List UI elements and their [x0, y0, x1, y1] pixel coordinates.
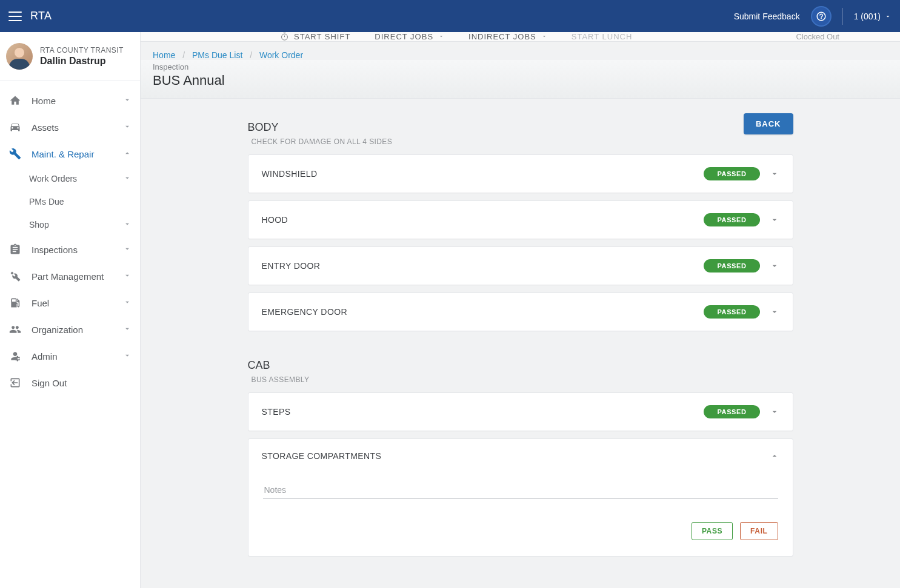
chevron-down-icon: [770, 261, 779, 271]
help-icon[interactable]: [811, 6, 832, 27]
sidebar-item-work-orders[interactable]: Work Orders: [29, 167, 140, 190]
check-label: EMERGENCY DOOR: [262, 307, 347, 317]
check-label: STEPS: [262, 407, 291, 417]
start-shift-button[interactable]: START SHIFT: [280, 32, 350, 41]
breadcrumb-home[interactable]: Home: [153, 50, 175, 60]
chevron-down-icon: [541, 32, 547, 41]
sidebar-sub-maint-repair: Work Orders PMs Due Shop: [0, 167, 140, 236]
notes-input[interactable]: [263, 479, 778, 499]
sidebar-item-label: Home: [32, 96, 56, 106]
car-icon: [8, 121, 22, 134]
admin-icon: [8, 349, 22, 363]
sidebar-item-label: Maint. & Repair: [32, 149, 94, 159]
page-eyebrow: Inspection: [153, 62, 888, 71]
breadcrumb-pms-due[interactable]: PMs Due List: [192, 50, 242, 60]
sidebar-item-assets[interactable]: Assets: [0, 114, 140, 140]
chevron-down-icon: [123, 220, 132, 230]
check-item-expanded: PASS FAIL: [248, 473, 793, 556]
sidebar-item-label: Admin: [32, 351, 58, 362]
app-title: RTA: [30, 10, 52, 22]
region-selector[interactable]: 1 (001): [854, 12, 892, 21]
sidebar-item-organization[interactable]: Organization: [0, 316, 140, 343]
check-label: WINDSHIELD: [262, 169, 318, 179]
status-badge: PASSED: [704, 405, 759, 418]
inspection-panel: BACK BODY CHECK FOR DAMAGE ON ALL 4 SIDE…: [224, 99, 818, 588]
divider: [842, 8, 843, 25]
sidebar-item-label: Assets: [32, 122, 59, 133]
sidebar-item-label: Work Orders: [29, 174, 77, 183]
action-label: INDIRECT JOBS: [468, 32, 536, 41]
chevron-down-icon: [123, 271, 132, 282]
indirect-jobs-button[interactable]: INDIRECT JOBS: [468, 32, 547, 41]
action-bar: START SHIFT DIRECT JOBS INDIRECT JOBS ST…: [141, 32, 900, 42]
user-org: RTA COUNTY TRANSIT: [40, 46, 124, 55]
check-label: ENTRY DOOR: [262, 261, 321, 271]
sidebar-item-label: PMs Due: [29, 197, 64, 206]
chevron-down-icon: [770, 407, 779, 417]
sidebar-item-part-management[interactable]: Part Management: [0, 263, 140, 289]
status-badge: PASSED: [704, 167, 759, 180]
sidebar-item-maint-repair[interactable]: Maint. & Repair: [0, 140, 140, 167]
start-lunch-button[interactable]: START LUNCH: [572, 32, 633, 41]
chevron-up-icon: [123, 149, 132, 159]
section-title: BODY: [248, 121, 793, 134]
check-item-entry-door[interactable]: ENTRY DOOR PASSED: [248, 246, 793, 285]
action-label: START LUNCH: [572, 32, 633, 41]
signout-icon: [8, 376, 22, 389]
page-header: Inspection BUS Annual: [141, 60, 900, 99]
pass-button[interactable]: PASS: [692, 522, 733, 540]
chevron-down-icon: [123, 351, 132, 362]
sidebar-item-shop[interactable]: Shop: [29, 213, 140, 236]
action-label: DIRECT JOBS: [375, 32, 433, 41]
chevron-down-icon: [438, 32, 444, 41]
wrench-icon: [8, 147, 22, 160]
sidebar-item-pms-due[interactable]: PMs Due: [29, 190, 140, 213]
sidebar-item-inspections[interactable]: Inspections: [0, 236, 140, 263]
sidebar-item-label: Inspections: [32, 245, 78, 255]
sidebar-item-label: Organization: [32, 325, 83, 335]
clock-status: Clocked Out: [796, 32, 839, 41]
chevron-down-icon: [770, 215, 779, 225]
status-badge: PASSED: [704, 213, 759, 226]
section-title: CAB: [248, 359, 793, 372]
sidebar-item-label: Shop: [29, 220, 49, 230]
region-label: 1 (001): [854, 12, 881, 21]
chevron-down-icon: [770, 169, 779, 179]
sidebar-item-admin[interactable]: Admin: [0, 343, 140, 369]
sidebar-item-sign-out[interactable]: Sign Out: [0, 369, 140, 396]
menu-icon[interactable]: [8, 12, 22, 21]
sidebar-item-home[interactable]: Home: [0, 87, 140, 114]
chevron-down-icon: [123, 298, 132, 308]
check-item-storage-compartments[interactable]: STORAGE COMPARTMENTS PASS FAIL: [248, 438, 793, 557]
top-bar-left: RTA: [8, 10, 52, 22]
back-button[interactable]: BACK: [744, 113, 793, 134]
submit-feedback-link[interactable]: Submit Feedback: [734, 12, 800, 21]
chevron-down-icon: [123, 122, 132, 133]
check-item-windshield[interactable]: WINDSHIELD PASSED: [248, 154, 793, 193]
sidebar: RTA COUNTY TRANSIT Dallin Dastrup Home A…: [0, 32, 141, 588]
sidebar-item-fuel[interactable]: Fuel: [0, 289, 140, 316]
chevron-down-icon: [770, 307, 779, 317]
check-item-steps[interactable]: STEPS PASSED: [248, 392, 793, 431]
breadcrumb-work-order[interactable]: Work Order: [259, 50, 303, 60]
direct-jobs-button[interactable]: DIRECT JOBS: [375, 32, 444, 41]
fail-button[interactable]: FAIL: [740, 522, 778, 540]
chevron-up-icon: [770, 451, 779, 461]
status-badge: PASSED: [704, 305, 759, 319]
chevron-down-icon: [123, 245, 132, 255]
sidebar-item-label: Part Management: [32, 271, 104, 282]
user-name: Dallin Dastrup: [40, 56, 124, 67]
tools-icon: [8, 269, 22, 283]
check-item-hood[interactable]: HOOD PASSED: [248, 200, 793, 239]
sidebar-item-label: Sign Out: [32, 378, 67, 388]
user-block: RTA COUNTY TRANSIT Dallin Dastrup: [0, 32, 140, 81]
breadcrumb: Home / PMs Due List / Work Order: [141, 42, 900, 60]
check-item-emergency-door[interactable]: EMERGENCY DOOR PASSED: [248, 292, 793, 331]
people-icon: [8, 323, 22, 336]
top-bar: RTA Submit Feedback 1 (001): [0, 0, 900, 32]
section-subtitle: CHECK FOR DAMAGE ON ALL 4 SIDES: [252, 137, 793, 146]
chevron-down-icon: [123, 174, 132, 184]
top-bar-right: Submit Feedback 1 (001): [734, 6, 892, 27]
check-label: HOOD: [262, 215, 288, 225]
check-label: STORAGE COMPARTMENTS: [262, 451, 382, 461]
